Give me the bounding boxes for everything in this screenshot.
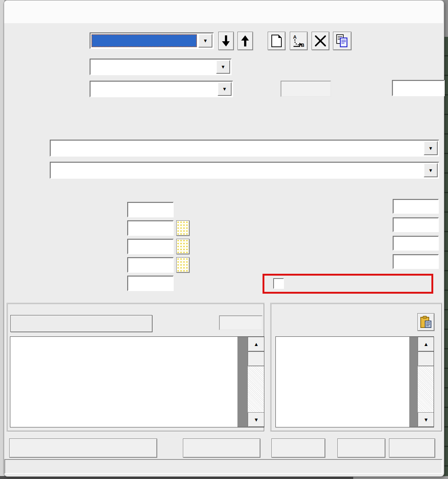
exit-loss-field[interactable] [127,239,174,254]
depth-blocked-field[interactable] [393,217,439,232]
gis-table-scrollbar[interactable]: ▲ ▼ [418,337,434,427]
svg-text:A: A [293,34,297,40]
entrance-loss-help-button[interactable] [176,220,190,236]
span-field [281,81,331,97]
barrel-centerline-stations-button[interactable] [10,315,152,332]
rename-a-to-b-icon: A B [293,34,305,48]
move-down-arrow-icon [222,35,230,46]
scroll-down-icon[interactable]: ▼ [248,412,264,427]
gis-table-filler [409,337,418,427]
scroll-up-icon[interactable]: ▲ [418,337,434,352]
paste-gis-table-button[interactable] [417,313,434,331]
barrel-table-scrollbar[interactable]: ▲ ▼ [248,337,264,427]
ok-button[interactable] [271,438,325,458]
chevron-down-icon[interactable]: ▼ [218,82,232,96]
culvert-group-selected-value [91,34,197,47]
use-momentum-checkbox[interactable] [273,278,284,289]
mannings-top-help-button[interactable] [176,257,190,273]
chevron-down-icon[interactable]: ▼ [424,141,438,155]
paste-table-icon [420,316,432,328]
screenshot-canvas: ▼ A B ▼ [0,0,448,479]
dialog-titlebar[interactable] [4,0,443,23]
culvert-group-combo[interactable]: ▼ [90,32,214,49]
delete-culvert-button[interactable] [312,32,329,50]
entrance-loss-field[interactable] [127,220,174,236]
rename-culvert-button[interactable]: A B [290,32,308,50]
chevron-down-icon[interactable]: ▼ [424,163,438,177]
scale-number-value [52,164,422,177]
diameter-field[interactable] [392,80,445,96]
barrel-table-filler [237,337,248,427]
copy-culvert-button[interactable] [333,32,351,50]
scale-number-combo[interactable]: ▼ [50,162,439,179]
cancel-button[interactable] [337,438,385,458]
depth-bottom-n-field[interactable] [393,199,439,214]
status-bar [4,459,442,474]
delete-x-icon [315,35,326,47]
mannings-top-field[interactable] [127,257,174,273]
exit-loss-help-button[interactable] [176,239,190,254]
next-culvert-button[interactable] [237,32,253,50]
individual-barrel-centerlines-button[interactable] [9,438,157,458]
help-button[interactable] [389,438,435,458]
solution-criteria-combo[interactable]: ▼ [90,59,232,75]
previous-culvert-button[interactable] [218,32,234,50]
upstream-invert-field[interactable] [393,236,439,251]
new-document-icon [271,35,282,47]
show-on-map-button[interactable] [183,438,260,458]
move-up-arrow-icon [241,35,249,46]
shape-combo[interactable]: ▼ [90,81,233,97]
copy-documents-icon [336,34,348,48]
svg-text:B: B [301,42,304,48]
scrollbar-thumb[interactable] [418,352,434,366]
new-culvert-button[interactable] [268,32,285,50]
chart-number-value [52,141,422,155]
shape-value [91,83,216,95]
culvert-length-field[interactable] [127,202,174,217]
red-highlight-annotation [263,274,433,294]
barrel-table: ▲ ▼ [10,336,264,427]
scrollbar-thumb[interactable] [248,352,264,366]
gis-table: ▲ ▼ [275,336,434,427]
downstream-invert-field[interactable] [393,254,439,269]
scroll-up-icon[interactable]: ▲ [248,337,264,352]
scroll-down-icon[interactable]: ▼ [418,412,434,427]
chevron-down-icon[interactable]: ▼ [198,34,212,48]
chevron-down-icon[interactable]: ▼ [216,60,230,74]
num-barrels-field [219,315,263,330]
solution-criteria-value [91,60,215,73]
mannings-bottom-field[interactable] [127,276,174,291]
chart-number-combo[interactable]: ▼ [50,140,439,157]
